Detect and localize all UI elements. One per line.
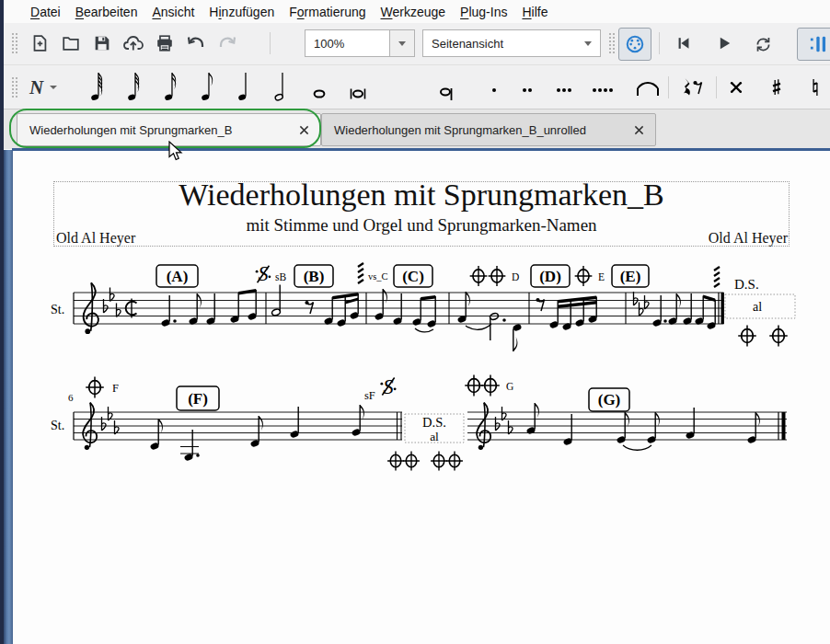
composer-text[interactable]: Old Al Heyer [709, 230, 788, 247]
midi-input-button[interactable] [618, 28, 651, 61]
coda-icon[interactable] [431, 452, 447, 471]
coda-icon[interactable] [446, 452, 463, 471]
toolbar-drag-handle[interactable] [11, 75, 17, 99]
rest-button[interactable] [677, 72, 710, 103]
coda-label-e[interactable]: E [598, 271, 605, 282]
staff-label[interactable]: St. [51, 303, 64, 316]
note-eighth-button[interactable] [191, 72, 223, 103]
rehearsal-mark-c[interactable]: (C) [402, 268, 424, 285]
rewind-button[interactable] [668, 28, 699, 59]
redo-button[interactable] [212, 28, 243, 59]
augmentation-dot-button[interactable] [478, 72, 510, 103]
coda-icon[interactable] [387, 452, 404, 471]
note-input-button[interactable]: N [22, 72, 64, 103]
natural-button[interactable] [802, 72, 828, 103]
mixer-icon [809, 34, 830, 54]
zoom-select[interactable]: 100% [305, 29, 415, 57]
view-mode-select[interactable]: Seitenansicht [422, 29, 601, 57]
menu-ansicht[interactable]: Ansicht [152, 5, 194, 19]
open-file-button[interactable] [55, 28, 86, 59]
measure-number[interactable]: 6 [68, 392, 74, 403]
coda-icon[interactable] [489, 266, 506, 286]
ds-al-text[interactable]: al [753, 300, 762, 314]
natural-icon [806, 76, 824, 98]
staff-label[interactable]: St. [51, 419, 64, 432]
triple-dot-button[interactable] [548, 72, 580, 103]
coda-label-f[interactable]: F [112, 382, 119, 395]
eighth-rest[interactable] [305, 301, 313, 314]
ds-text[interactable]: D.S. [422, 415, 446, 430]
note-16th-button[interactable] [155, 72, 186, 103]
coda-icon[interactable] [481, 375, 500, 397]
coda-icon[interactable] [403, 452, 420, 471]
rehearsal-mark-f[interactable]: (F) [188, 390, 208, 408]
double-dot-button[interactable] [512, 72, 543, 103]
menu-bearbeiten[interactable]: Bearbeiten [75, 5, 138, 19]
undo-button[interactable] [180, 28, 212, 59]
menu-werkzeuge[interactable]: Werkzeuge [381, 5, 446, 19]
segno-label-sf[interactable]: sF [364, 389, 375, 402]
segno-variation-icon[interactable] [714, 267, 720, 287]
note-16th-icon [158, 72, 182, 103]
loop-playback-button[interactable] [747, 28, 778, 59]
coda-icon[interactable] [738, 326, 756, 347]
rehearsal-mark-d[interactable]: (D) [539, 268, 561, 285]
close-icon[interactable] [299, 125, 309, 135]
rehearsal-mark-b[interactable]: (B) [304, 268, 325, 285]
coda-icon[interactable] [465, 375, 483, 397]
note-half-button[interactable] [265, 72, 296, 103]
note-longa-button[interactable] [431, 72, 462, 103]
segno-icon[interactable] [380, 375, 396, 398]
menu-datei[interactable]: Datei [30, 5, 61, 19]
save-button[interactable] [86, 28, 118, 59]
coda-label-d[interactable]: D [512, 271, 519, 282]
coda-icon[interactable] [470, 266, 488, 286]
double-sharp-button[interactable] [723, 72, 749, 103]
playback-drag-handle[interactable] [608, 31, 615, 55]
new-score-button[interactable] [24, 28, 55, 59]
rehearsal-mark-g[interactable]: (G) [598, 391, 621, 408]
coda-label-g[interactable]: G [506, 381, 513, 392]
menu-plugins[interactable]: Plug-Ins [460, 5, 507, 19]
note-32nd-button[interactable] [118, 72, 149, 103]
print-icon [155, 33, 175, 53]
lyricist-text[interactable]: Old Al Heyer [56, 230, 135, 247]
quadruple-dot-button[interactable] [587, 72, 618, 103]
play-button[interactable] [709, 28, 740, 59]
toolbar-drag-handle[interactable] [11, 31, 17, 55]
mixer-button[interactable] [797, 28, 830, 61]
score-title[interactable]: Wiederholungen mit Sprungmarken_B [53, 178, 790, 213]
note-breve-button[interactable] [342, 72, 374, 103]
rehearsal-mark-a[interactable]: (A) [167, 268, 189, 285]
toolbar-separator [659, 32, 660, 54]
note-quarter-button[interactable] [228, 72, 259, 103]
score-subtitle[interactable]: mit Stimme und Orgel und Sprungmarken-Na… [53, 215, 790, 236]
sharp-button[interactable] [764, 72, 790, 103]
segno-variation-icon[interactable] [358, 263, 363, 283]
music-system-2[interactable]: 6 F St. (F) sF D.S. al G (G) [37, 366, 810, 477]
tab-wiederholungen-mit-sprungmarken-b-unrolled[interactable]: Wiederholungen mit Sprungmarken_B_unroll… [321, 113, 656, 146]
tie-button[interactable] [629, 72, 664, 103]
segno-label-vsc[interactable]: vs_C [368, 271, 388, 282]
close-icon[interactable] [634, 125, 644, 135]
eighth-rest[interactable] [536, 298, 544, 311]
note-64th-icon [85, 72, 109, 103]
ds-text[interactable]: D.S. [734, 277, 759, 292]
ds-al-text[interactable]: al [430, 430, 439, 443]
coda-icon[interactable] [86, 377, 104, 398]
note-whole-button[interactable] [304, 72, 335, 103]
menu-formatierung[interactable]: Formatierung [289, 5, 365, 19]
note-64th-button[interactable] [81, 72, 112, 103]
menu-hinzufgen[interactable]: Hinzufügen [209, 5, 274, 19]
zoom-dropdown-arrow[interactable] [389, 30, 414, 56]
rehearsal-mark-e[interactable]: (E) [620, 268, 641, 285]
segno-icon[interactable] [256, 262, 271, 285]
menu-hilfe[interactable]: Hilfe [522, 5, 548, 19]
segno-label-sb[interactable]: sB [275, 271, 286, 282]
coda-icon[interactable] [575, 266, 593, 286]
cloud-publish-button[interactable] [118, 28, 149, 59]
print-button[interactable] [149, 28, 180, 59]
coda-icon[interactable] [769, 326, 788, 347]
note-half-icon [269, 72, 293, 103]
music-system-1[interactable]: St. (A) sB (B) vs_C (C) D (D) E (E) [37, 256, 810, 364]
